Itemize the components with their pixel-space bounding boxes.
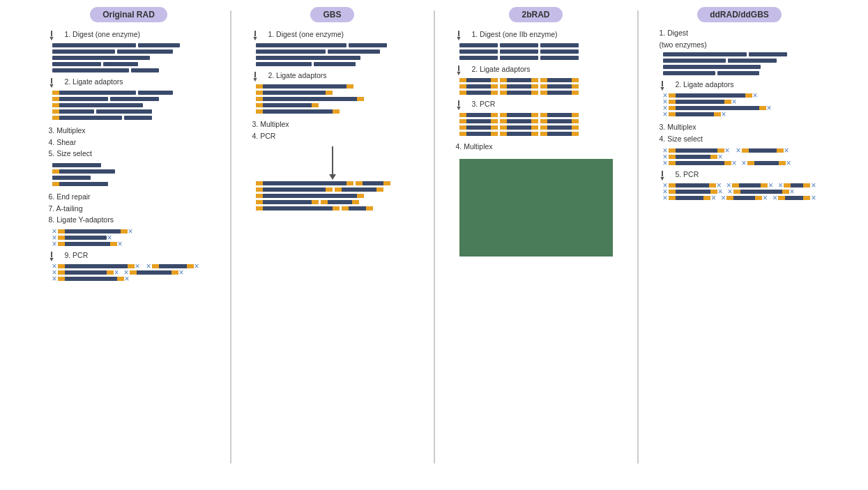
arrow-2brad-2 [456,66,462,77]
label-y-adaptor: 8. Ligate Y-adaptors [49,215,114,225]
column-original-rad: Original RAD 1. Digest (one enzyme) 2. L… [35,7,223,464]
green-block-2brad [459,159,613,257]
title-ddrad: ddRAD/ddGBS [697,7,782,22]
label-2brad-ligate: 2. Ligate adaptors [471,64,530,75]
label-multiplex: 3. Multiplex [49,125,92,136]
step-gbs-ligate: 2. Ligate adaptors [238,70,427,83]
dna-final-pcr: ×××× ×××× ×× [52,264,206,281]
step-ddrad-pcr: 5. PCR [646,169,834,182]
dna-after-ligate [52,91,206,120]
step-345: 3. Multiplex 4. Shear 5. Size select [42,125,92,160]
dna-after-y: ×× ×× ×× [52,229,206,246]
step-2brad-4: 4. Multiplex [449,141,493,153]
dna-2brad-ligate [459,78,613,95]
label-ligate: 2. Ligate adaptors [64,77,123,87]
label-2brad-pcr: 3. PCR [471,99,495,109]
label-ddrad-pcr: 5. PCR [675,169,699,180]
step-2brad-ligate: 2. Ligate adaptors [442,64,630,77]
label-end-repair: 6. End repair [49,192,114,202]
dna-gbs-ligate [256,84,409,114]
label-ddrad-two-enzymes: (two enzymes) [660,40,707,50]
column-2brad: 2bRAD 1. Digest (one IIb enzyme) 2. Liga… [442,7,630,464]
label-ddrad-size-select: 4. Size select [660,134,703,144]
label-ddrad-ligate: 2. Ligate adaptors [675,79,733,90]
dna-2brad-pcr [459,113,613,136]
label-ddrad-digest: 1. Digest [660,28,707,38]
dna-ddrad-digest [663,52,816,75]
arrow-gbs-2 [252,72,259,83]
arrow-2brad-3 [456,100,462,112]
label-gbs-pcr: 4. PCR [252,131,289,141]
label-2brad-multiplex: 4. Multiplex [456,141,493,152]
diagram-container: Original RAD 1. Digest (one enzyme) 2. L… [3,7,865,464]
dna-after-shear [52,163,206,186]
label-a-tailing: 7. A-tailing [49,204,114,214]
column-ddrad: ddRAD/ddGBS 1. Digest (two enzymes) 2. L… [646,7,834,464]
title-original-rad: Original RAD [90,7,167,22]
step-2brad-digest: 1. Digest (one IIb enzyme) [442,29,630,42]
dna-ddrad-ligate: ×× ×× ×× ×× [663,93,816,116]
arrow-gbs-1 [252,31,259,42]
arrow-2brad-1 [456,31,462,42]
dna-after-digest [52,43,206,72]
label-ddrad-multiplex: 3. Multiplex [660,122,703,132]
label-size-select: 5. Size select [49,148,92,159]
step-gbs-digest: 1. Digest (one enzyme) [238,29,427,42]
step-ligate: 2. Ligate adaptors [35,77,223,89]
long-arrow-gbs [329,146,336,180]
step-ddrad-ligate: 2. Ligate adaptors [646,79,834,92]
step-gbs-34: 3. Multiplex 4. PCR [245,119,289,142]
title-gbs: GBS [310,7,353,22]
label-gbs-digest: 1. Digest (one enzyme) [268,29,344,40]
step-ddrad-34: 3. Multiplex 4. Size select [653,122,703,145]
divider-3 [637,10,639,464]
label-gbs-multiplex: 3. Multiplex [252,119,289,130]
arrow-1 [49,31,55,42]
column-gbs: GBS 1. Digest (one enzyme) 2. Ligate ada… [238,7,427,464]
dna-gbs-final [256,181,409,210]
title-2brad: 2bRAD [509,7,562,22]
step-678: 6. End repair 7. A-tailing 8. Ligate Y-a… [42,192,114,227]
label-gbs-ligate: 2. Ligate adaptors [268,70,326,81]
dna-gbs-digest [256,43,409,66]
arrow-2 [49,78,55,89]
step-2brad-pcr: 3. PCR [442,99,630,112]
dna-ddrad-sized: ×××× ×× ×××× [663,148,816,165]
divider-1 [230,10,231,464]
label-pcr: 9. PCR [64,250,88,261]
dna-2brad-digest [459,43,613,60]
divider-2 [434,10,435,464]
step-digest: 1. Digest (one enzyme) [35,29,223,42]
dna-ddrad-final: ×××××× ×××× ×××××× [663,183,816,200]
step-ddrad-1: 1. Digest (two enzymes) [653,28,707,51]
label-digest: 1. Digest (one enzyme) [64,29,140,40]
label-shear: 4. Shear [49,137,92,148]
label-2brad-digest: 1. Digest (one IIb enzyme) [471,29,557,40]
